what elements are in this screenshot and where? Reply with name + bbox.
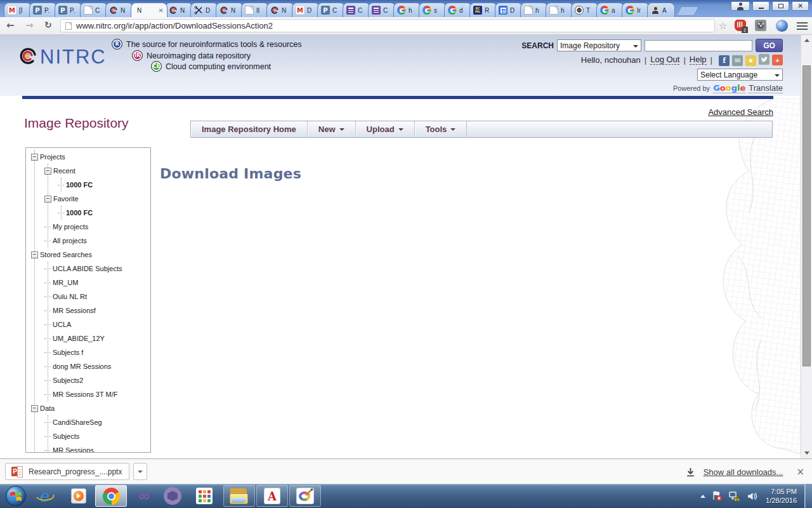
browser-tab[interactable]: h [546, 3, 573, 17]
volume-icon[interactable] [747, 491, 757, 502]
browser-tab[interactable]: C [343, 3, 370, 17]
taskbar-paint-icon[interactable] [289, 485, 321, 507]
tree-item-label[interactable]: UCLA [53, 321, 71, 328]
browser-tab[interactable]: C [80, 3, 108, 17]
restore-button[interactable] [772, 1, 789, 11]
taskbar-chrome-icon[interactable] [95, 485, 127, 507]
chrome-menu-icon[interactable] [797, 22, 808, 30]
tree-item-label[interactable]: My projects [53, 223, 88, 231]
reload-button[interactable]: ↻ [44, 20, 52, 30]
taskbar-file-explorer-icon[interactable] [223, 485, 255, 507]
email-icon[interactable]: ✉ [732, 55, 743, 66]
tree-collapse-icon[interactable]: − [31, 251, 38, 258]
browser-tab[interactable]: PP. [29, 3, 57, 17]
browser-tab[interactable]: A [647, 3, 675, 17]
network-warning-icon[interactable] [728, 490, 741, 502]
tree-item-label[interactable]: CandiShareSeg [53, 418, 102, 426]
browser-tab[interactable]: Il [241, 3, 269, 17]
browser-tab[interactable]: D [495, 3, 523, 17]
nitrc-logo[interactable]: NITRC [18, 46, 107, 69]
plus-icon[interactable]: + [772, 55, 783, 65]
page-scrollbar[interactable] [801, 35, 812, 458]
tree-item-label[interactable]: MR Sessions 3T M/F [53, 391, 118, 398]
browser-tab[interactable]: ΦT [571, 3, 599, 17]
taskbar-hex-app-icon[interactable] [158, 485, 187, 507]
browser-tab[interactable]: N [216, 3, 244, 17]
taskbar-internet-explorer-icon[interactable]: e [30, 485, 60, 507]
menu-item-tools[interactable]: Tools [415, 121, 468, 137]
url-bar[interactable]: www.nitrc.org/ir/app/action/DownloadSess… [60, 19, 715, 32]
menu-item-new[interactable]: New [308, 121, 356, 137]
download-options-button[interactable] [133, 463, 147, 480]
scroll-down-button[interactable] [801, 448, 812, 458]
browser-tab[interactable]: h [393, 3, 421, 17]
tree-item-label[interactable]: Stored Searches [40, 251, 92, 258]
language-select[interactable]: Select Language [697, 69, 783, 81]
show-all-downloads-link[interactable]: Show all downloads... [704, 467, 783, 477]
taskbar-app-grid-icon[interactable] [190, 485, 219, 507]
browser-tab[interactable]: PC [317, 3, 345, 17]
tree-item-label[interactable]: All projects [53, 237, 87, 244]
globe-extension-icon[interactable] [776, 20, 788, 32]
browser-tab-active[interactable]: N✕ [131, 3, 167, 17]
tree-item-label[interactable]: MR_UM [53, 279, 78, 286]
tree-item-label[interactable]: Projects [40, 153, 65, 161]
tree-item-label[interactable]: MR Sessions [53, 446, 94, 453]
browser-tab[interactable]: MD [292, 3, 320, 17]
screen-recorder-extension-icon[interactable] [755, 20, 766, 31]
tree-item-label[interactable]: UM_ABIDE_12Y [53, 335, 105, 342]
tree-item-label[interactable]: Oulu NL Rt [53, 293, 87, 300]
new-tab-button[interactable] [676, 6, 699, 16]
translate-link[interactable]: Translate [749, 83, 783, 93]
back-button[interactable]: ← [6, 20, 15, 31]
downloaded-file-chip[interactable]: P Research_progress_....pptx [5, 463, 129, 480]
tree-item-label[interactable]: MR Sessionsf [53, 307, 96, 314]
scrollbar-thumb[interactable] [802, 65, 811, 366]
tree-item-label[interactable]: 1000 FC [66, 209, 93, 217]
menu-item-upload[interactable]: Upload [356, 121, 415, 137]
tree-item-label[interactable]: Data [40, 404, 55, 412]
forward-button[interactable]: → [25, 20, 34, 31]
facebook-icon[interactable]: f [719, 55, 730, 66]
taskbar-media-player-icon[interactable] [64, 485, 93, 507]
hidden-icons-arrow-icon[interactable] [700, 494, 705, 498]
browser-tab[interactable]: M[I [4, 3, 32, 17]
google-logo-text[interactable]: Google [713, 83, 745, 93]
adblock-extension-icon[interactable]: 2 [735, 20, 746, 31]
close-downloads-bar-icon[interactable]: × [796, 466, 804, 478]
show-desktop-button[interactable] [804, 484, 812, 508]
twitter-icon[interactable] [759, 54, 769, 65]
taskbar-visual-studio-icon[interactable]: ∞ [129, 485, 159, 507]
star-icon[interactable]: ★ [745, 55, 756, 66]
browser-tab[interactable]: N [165, 3, 193, 17]
tree-item-label[interactable]: dong MR Sessions [53, 363, 111, 370]
search-go-button[interactable]: GO [756, 39, 783, 52]
tree-item-label[interactable]: Recent [53, 167, 75, 175]
browser-tab[interactable]: D [190, 3, 218, 17]
action-center-flag-icon[interactable] [711, 490, 723, 502]
taskbar-clock[interactable]: 7:05 PM 1/28/2016 [766, 487, 797, 505]
tree-collapse-icon[interactable]: − [31, 405, 38, 412]
browser-tab[interactable]: s [419, 3, 447, 17]
bookmark-star-icon[interactable]: ☆ [719, 20, 727, 32]
help-link[interactable]: Help [690, 55, 707, 65]
browser-tab[interactable]: PP. [55, 3, 82, 17]
tree-item-label[interactable]: UCLA ABIDE Subjects [53, 265, 122, 272]
browser-tab[interactable]: a [596, 3, 624, 17]
tab-close-icon[interactable]: ✕ [159, 7, 164, 14]
browser-tab[interactable]: d [444, 3, 472, 17]
site-search-input[interactable] [645, 40, 752, 51]
close-button[interactable]: ✕ [792, 1, 809, 11]
tree-item-label[interactable]: 1000 FC [66, 181, 93, 189]
profile-icon[interactable] [731, 1, 750, 11]
taskbar-acrobat-reader-icon[interactable]: A [256, 485, 288, 507]
advanced-search-link[interactable]: Advanced Search [708, 107, 773, 117]
browser-tab[interactable]: Ir [622, 3, 650, 17]
taskbar-windows-start-icon[interactable] [1, 485, 30, 507]
browser-tab[interactable]: h [520, 3, 548, 17]
search-scope-select[interactable]: Image Repository [557, 39, 641, 51]
browser-tab[interactable]: N [266, 3, 294, 17]
browser-tab[interactable]: C [368, 3, 396, 17]
tree-item-label[interactable]: Subjects2 [53, 377, 83, 384]
tree-item-label[interactable]: Subjects [53, 432, 79, 440]
